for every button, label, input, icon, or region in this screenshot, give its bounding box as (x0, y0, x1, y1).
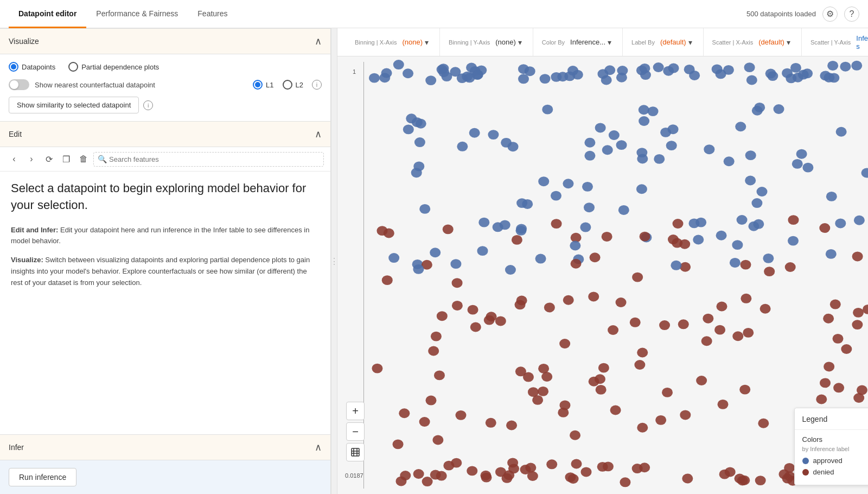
counterfactual-row: Show nearest counterfactual datapoint L1… (9, 79, 322, 90)
svg-point-15 (559, 339, 570, 349)
svg-point-14 (693, 235, 704, 245)
svg-point-116 (714, 325, 725, 335)
color-by-arrow: ▾ (608, 38, 611, 47)
binning-xaxis-arrow: ▾ (425, 38, 429, 47)
svg-point-277 (393, 439, 404, 449)
svg-point-83 (861, 168, 868, 178)
svg-point-93 (745, 150, 756, 160)
radio-l2[interactable]: L2 (283, 80, 303, 90)
zoom-in-button[interactable]: + (346, 402, 365, 420)
svg-point-303 (788, 215, 799, 225)
svg-point-183 (637, 154, 648, 164)
edit-chevron[interactable]: ∧ (315, 128, 322, 140)
radio-l1-circle[interactable] (253, 80, 263, 90)
svg-point-244 (525, 463, 536, 473)
svg-point-234 (432, 435, 443, 445)
infer-chevron[interactable]: ∧ (315, 441, 322, 453)
color-by-select[interactable]: Inference... ▾ (568, 37, 614, 48)
svg-point-218 (828, 73, 839, 83)
settings-icon[interactable]: ⚙ (822, 7, 838, 22)
svg-point-248 (854, 216, 865, 225)
radio-datapoints[interactable]: Datapoints (9, 62, 55, 72)
similarity-info-icon[interactable]: i (143, 100, 153, 110)
similarity-button[interactable]: Show similarity to selected datapoint (9, 97, 139, 113)
svg-point-94 (399, 408, 410, 418)
svg-point-84 (416, 119, 426, 129)
svg-point-170 (744, 62, 755, 72)
scatter-xaxis-group: Scatter | X-Axis (default) ▾ (704, 28, 802, 56)
svg-point-50 (740, 260, 751, 270)
legend-panel: Legend ∧ Colors by Inference label appro… (794, 408, 868, 485)
zoom-out-button[interactable]: − (346, 422, 365, 441)
search-features-input[interactable] (93, 152, 324, 167)
svg-point-285 (782, 68, 793, 78)
undo-back-icon[interactable]: ‹ (7, 151, 22, 167)
svg-point-279 (610, 406, 621, 415)
radio-l2-circle[interactable] (283, 80, 292, 90)
help-icon[interactable]: ? (844, 7, 859, 22)
zoom-fit-button[interactable] (346, 443, 365, 461)
svg-point-211 (616, 297, 627, 307)
svg-point-259 (755, 476, 766, 485)
l1-l2-info-icon[interactable]: i (312, 80, 322, 90)
binning-yaxis-label: Binning | Y-Axis (449, 39, 490, 46)
svg-point-137 (369, 73, 380, 83)
tab-performance-fairness[interactable]: Performance & Fairness (86, 1, 188, 28)
svg-point-254 (616, 73, 627, 83)
tab-features[interactable]: Features (188, 1, 237, 28)
scatter-yaxis-select[interactable]: Inference s ▾ (854, 33, 868, 52)
right-panel: Binning | X-Axis (none) ▾ Binning | Y-Ax… (337, 28, 868, 494)
svg-point-141 (506, 421, 517, 430)
svg-point-261 (680, 262, 691, 272)
infer-section: Infer ∧ Run inference (0, 434, 330, 494)
legend-label-denied: denied (813, 468, 834, 476)
radio-l1[interactable]: L1 (253, 80, 273, 90)
svg-point-275 (701, 336, 712, 346)
binning-yaxis-group: Binning | Y-Axis (none) ▾ (440, 28, 533, 56)
svg-point-72 (820, 378, 831, 388)
scatter-xaxis-select[interactable]: (default) ▾ (756, 37, 793, 48)
svg-point-150 (637, 348, 648, 358)
svg-point-195 (457, 142, 468, 151)
visualize-header: Visualize ∧ (0, 29, 330, 54)
svg-point-273 (469, 128, 480, 138)
radio-datapoints-circle[interactable] (9, 62, 18, 72)
color-by-value: Inference... (570, 38, 605, 46)
radio-pdp-circle[interactable] (68, 62, 78, 72)
visualize-chevron[interactable]: ∧ (315, 35, 322, 47)
svg-point-284 (732, 331, 743, 341)
svg-point-143 (767, 71, 778, 81)
svg-point-271 (760, 304, 771, 314)
legend-colors-subtitle: by Inference label (802, 446, 868, 452)
main-message-content: Select a datapoint to begin exploring mo… (0, 172, 330, 305)
svg-point-133 (639, 116, 649, 126)
panel-divider[interactable]: ⋮ (331, 28, 337, 494)
counterfactual-toggle[interactable] (9, 79, 29, 90)
binning-yaxis-select[interactable]: (none) ▾ (493, 37, 524, 48)
svg-point-304 (802, 163, 813, 173)
svg-point-44 (680, 410, 691, 420)
run-inference-button[interactable]: Run inference (9, 468, 76, 486)
svg-point-221 (601, 75, 612, 85)
svg-point-194 (682, 474, 693, 484)
svg-point-106 (696, 376, 707, 385)
svg-point-158 (830, 300, 841, 309)
binning-xaxis-select[interactable]: (none) ▾ (400, 37, 431, 48)
copy-icon[interactable]: ❐ (59, 151, 74, 167)
svg-point-276 (538, 387, 548, 396)
svg-point-186 (753, 219, 764, 229)
svg-point-287 (833, 334, 844, 344)
svg-point-46 (584, 202, 595, 212)
undo-forward-icon[interactable]: › (24, 151, 39, 167)
visualize-content: Datapoints Partial dependence plots Show… (0, 54, 330, 121)
svg-point-52 (716, 231, 727, 240)
scatter-area: 1 0.0187 + − (337, 56, 868, 494)
history-icon[interactable]: ⟳ (41, 151, 56, 167)
label-by-select[interactable]: (default) ▾ (658, 37, 694, 48)
binning-yaxis-value: (none) (495, 38, 516, 46)
svg-point-305 (528, 387, 539, 397)
tab-datapoint-editor[interactable]: Datapoint editor (9, 1, 86, 28)
delete-icon[interactable]: 🗑 (76, 151, 91, 167)
radio-pdp[interactable]: Partial dependence plots (68, 62, 159, 72)
svg-point-168 (823, 314, 834, 324)
